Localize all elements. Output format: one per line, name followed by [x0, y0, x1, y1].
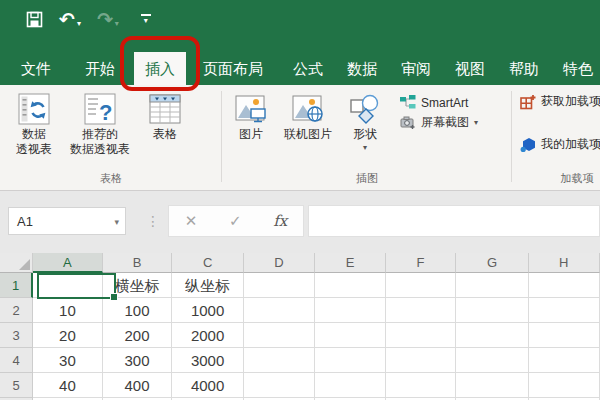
tab-formulas[interactable]: 公式 [282, 52, 334, 85]
cell-e2[interactable] [315, 298, 386, 323]
cell-d5[interactable] [244, 373, 315, 398]
save-button[interactable] [26, 11, 43, 28]
column-header-b[interactable]: B [103, 253, 173, 273]
online-pictures-button[interactable]: 联机图片 [280, 90, 336, 144]
cell-a2[interactable]: 10 [33, 298, 103, 323]
cell-f4[interactable] [386, 348, 457, 373]
cell-c1[interactable]: 纵坐标 [172, 273, 243, 298]
row-header-2[interactable]: 2 [0, 298, 33, 323]
cell-h1[interactable] [529, 273, 600, 298]
cell-d4[interactable] [244, 348, 315, 373]
cell-h5[interactable] [529, 373, 600, 398]
cell-a5[interactable]: 40 [33, 373, 103, 398]
cell-e3[interactable] [315, 323, 386, 348]
column-header-f[interactable]: F [386, 253, 457, 273]
tab-insert[interactable]: 插入 [134, 52, 186, 85]
name-box-dropdown-icon[interactable]: ▾ [114, 217, 119, 227]
column-header-a[interactable]: A [33, 253, 103, 273]
tab-view[interactable]: 视图 [444, 52, 496, 85]
name-box-value: A1 [17, 214, 33, 229]
tab-review[interactable]: 审阅 [390, 52, 442, 85]
select-all-icon [19, 259, 30, 270]
formula-buttons: ✕ ✓ fx [168, 205, 304, 237]
group-label-illustrations: 插图 [222, 171, 512, 186]
cell-e1[interactable] [315, 273, 386, 298]
redo-button[interactable]: ↷ ▾ [97, 10, 119, 29]
cell-e4[interactable] [315, 348, 386, 373]
tab-special-features[interactable]: 特色 [552, 52, 600, 85]
get-add-ins-button[interactable]: 获取加载项 [520, 93, 600, 110]
cell-c5[interactable]: 4000 [172, 373, 243, 398]
enter-icon[interactable]: ✓ [229, 212, 242, 230]
undo-button[interactable]: ↶ ▾ [59, 10, 81, 29]
cell-g2[interactable] [456, 298, 528, 323]
tab-data[interactable]: 数据 [336, 52, 388, 85]
recommended-pivottables-button[interactable]: ? 推荐的 数据透视表 [66, 90, 134, 159]
row-header-3[interactable]: 3 [0, 323, 33, 348]
screenshot-button[interactable]: 屏幕截图 ▾ [400, 114, 478, 131]
screenshot-label: 屏幕截图 [421, 114, 469, 131]
cell-b4[interactable]: 300 [103, 348, 173, 373]
tab-file[interactable]: 文件 [10, 52, 62, 85]
column-header-d[interactable]: D [244, 253, 315, 273]
cell-d2[interactable] [244, 298, 315, 323]
cell-c3[interactable]: 2000 [172, 323, 243, 348]
redo-icon: ↷ [97, 10, 113, 29]
undo-dropdown-icon[interactable]: ▾ [77, 19, 81, 29]
column-header-e[interactable]: E [315, 253, 386, 273]
formula-input[interactable] [308, 205, 600, 237]
cell-f3[interactable] [386, 323, 457, 348]
cell-f5[interactable] [386, 373, 457, 398]
cell-g5[interactable] [456, 373, 528, 398]
insert-function-icon[interactable]: fx [273, 212, 287, 230]
cell-g4[interactable] [456, 348, 528, 373]
name-box[interactable]: A1 ▾ [8, 207, 126, 235]
cancel-icon[interactable]: ✕ [185, 212, 198, 230]
cell-a3[interactable]: 20 [33, 323, 103, 348]
pivottable-button[interactable]: 数据 透视表 [12, 90, 56, 159]
pictures-button[interactable]: 图片 [230, 90, 272, 144]
cell-b1[interactable]: 横坐标 [103, 273, 173, 298]
tab-help[interactable]: 帮助 [498, 52, 550, 85]
cell-c2[interactable]: 1000 [172, 298, 243, 323]
cell-a1[interactable] [33, 273, 103, 298]
my-add-ins-button[interactable]: 我的加载项 [520, 136, 600, 153]
select-all-corner[interactable] [0, 253, 33, 273]
cell-f1[interactable] [386, 273, 457, 298]
shapes-dropdown-icon: ▾ [363, 143, 367, 152]
undo-icon: ↶ [59, 10, 75, 29]
column-header-c[interactable]: C [172, 253, 243, 273]
cell-d3[interactable] [244, 323, 315, 348]
column-header-g[interactable]: G [456, 253, 528, 273]
cell-e5[interactable] [315, 373, 386, 398]
row-header-5[interactable]: 5 [0, 373, 33, 398]
smartart-button[interactable]: SmartArt [400, 94, 478, 111]
cell-h2[interactable] [529, 298, 600, 323]
cell-f2[interactable] [386, 298, 457, 323]
cell-c4[interactable]: 3000 [172, 348, 243, 373]
shapes-button[interactable]: 形状 ▾ [344, 90, 386, 154]
customize-quick-access-toolbar-button[interactable]: ▾ [141, 14, 151, 25]
cell-b3[interactable]: 200 [103, 323, 173, 348]
redo-dropdown-icon[interactable]: ▾ [115, 19, 119, 29]
cell-a4[interactable]: 30 [33, 348, 103, 373]
cell-h4[interactable] [529, 348, 600, 373]
cell-h3[interactable] [529, 323, 600, 348]
cell-g1[interactable] [456, 273, 528, 298]
column-header-h[interactable]: H [529, 253, 600, 273]
table-button[interactable]: 表格 [144, 90, 186, 144]
cell-d1[interactable] [244, 273, 315, 298]
tab-page-layout[interactable]: 页面布局 [192, 52, 274, 85]
row-header-4[interactable]: 4 [0, 348, 33, 373]
shapes-label: 形状 [353, 127, 377, 142]
save-icon [26, 11, 43, 28]
cell-g3[interactable] [456, 323, 528, 348]
table-label: 表格 [153, 127, 177, 142]
spreadsheet-grid: A B C D E F G H 1 横坐标 纵坐标 2 10 100 1000 [0, 253, 600, 400]
cell-b2[interactable]: 100 [103, 298, 173, 323]
tab-home[interactable]: 开始 [74, 52, 126, 85]
formula-bar-resize-handle[interactable]: ⋮ [146, 207, 158, 235]
screenshot-dropdown-icon: ▾ [474, 118, 478, 127]
row-header-1[interactable]: 1 [0, 273, 33, 298]
cell-b5[interactable]: 400 [103, 373, 173, 398]
